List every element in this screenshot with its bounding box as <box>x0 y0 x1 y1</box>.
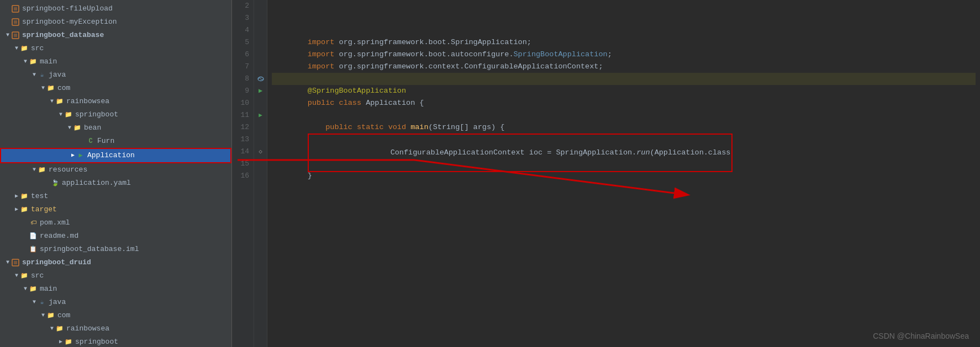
tree-arrow: ▼ <box>31 297 38 308</box>
tree-item-main-druid[interactable]: ▼ 📁 main <box>0 282 231 296</box>
tree-item-com-druid[interactable]: ▼ 📁 com <box>0 309 231 322</box>
semicolon: ; <box>527 38 531 46</box>
tree-item-rainbowsea-druid[interactable]: ▼ 📁 rainbowsea <box>0 322 231 335</box>
tree-item-label: src <box>31 43 44 54</box>
tree-item-src-druid[interactable]: ▼ 📁 src <box>0 269 231 282</box>
java-class-icon: C <box>86 137 95 146</box>
tree-item-java[interactable]: ▼ ☕ java <box>0 68 231 82</box>
tree-item-label: springboot <box>75 337 118 347</box>
tree-arrow: ▼ <box>22 284 29 295</box>
gutter-13 <box>254 134 267 146</box>
tree-item-main[interactable]: ▼ 📁 main <box>0 55 231 68</box>
tree-arrow: ▼ <box>31 70 38 81</box>
iml-icon: 📋 <box>29 245 38 254</box>
pkg-name: org.springframework.boot.autoconfigure. <box>339 50 514 58</box>
tree-item-furn[interactable]: C Furn <box>0 135 231 148</box>
tree-item-java-druid[interactable]: ▼ ☕ java <box>0 296 231 309</box>
tree-item-rainbowsea[interactable]: ▼ 📁 rainbowsea <box>0 95 231 108</box>
tree-item-label: java <box>49 70 66 81</box>
code-line-2 <box>272 0 976 12</box>
code-line-12: ConfigurableApplicationContext ioc = Spr… <box>272 121 976 134</box>
gutter-3 <box>254 12 267 24</box>
tree-item-src[interactable]: ▼ 📁 src <box>0 42 231 55</box>
gutter-10 <box>254 97 267 109</box>
tree-item-bean[interactable]: ▼ 📁 bean <box>0 121 231 135</box>
file-tree[interactable]: springboot-fileUpload springboot-myExcep… <box>0 0 232 347</box>
tree-item-druid[interactable]: ▼ springboot_druid <box>0 256 231 269</box>
pkg-name: org.springframework.boot. <box>339 38 451 46</box>
tree-item-label: com <box>57 83 70 94</box>
gutter-8[interactable] <box>254 73 267 85</box>
tree-item-springboot[interactable]: ▼ 📁 springboot <box>0 108 231 121</box>
class-name: ConfigurableApplicationContext <box>464 62 598 71</box>
editor-gutter: ▶ ▶ ◇ <box>254 0 267 347</box>
module-icon <box>11 18 20 26</box>
tree-item-label: rainbowsea <box>66 323 109 334</box>
tree-item-label: springboot_database.iml <box>40 244 139 255</box>
tree-item-label: main <box>40 284 57 295</box>
tree-arrow: ▶ <box>70 150 76 161</box>
folder-icon: 📁 <box>20 192 29 201</box>
yaml-icon: 🍃 <box>51 179 60 188</box>
tree-item-label: springboot <box>75 109 118 120</box>
tree-item-yaml[interactable]: 🍃 application.yaml <box>0 177 231 190</box>
tree-arrow: ▼ <box>22 56 29 67</box>
tree-item-springboot-druid[interactable]: ▶ 📁 springboot <box>0 335 231 347</box>
module-icon <box>11 4 20 13</box>
tree-item-label: application.yaml <box>62 178 131 189</box>
keyword-public: public <box>308 99 339 107</box>
tree-item-label: springboot-myException <box>22 17 117 28</box>
tree-arrow: ▼ <box>40 310 46 321</box>
tree-item-test[interactable]: ▶ 📁 test <box>0 190 231 203</box>
tree-arrow: ▼ <box>13 43 20 54</box>
svg-rect-5 <box>14 34 17 37</box>
tree-item-application[interactable]: ▶ ▶ Application <box>0 148 231 163</box>
tree-arrow: ▼ <box>13 270 20 281</box>
method-run: run <box>636 148 650 157</box>
tree-arrow: ▶ <box>13 204 20 215</box>
semicolon: ; <box>608 50 612 58</box>
folder-icon: 📁 <box>73 124 82 132</box>
tree-item-label: resources <box>49 164 87 175</box>
gutter-14[interactable]: ◇ <box>254 146 267 158</box>
gutter-9[interactable]: ▶ <box>254 85 267 97</box>
md-icon: 📄 <box>29 232 38 241</box>
tree-item-pom[interactable]: 🏷 pom.xml <box>0 216 231 229</box>
code-area: 2 3 4 5 6 7 8 9 10 11 12 13 14 15 16 <box>232 0 980 347</box>
tree-item-label: java <box>49 297 66 308</box>
tree-item-target[interactable]: ▶ 📁 target <box>0 203 231 216</box>
tree-item-label: target <box>31 204 57 215</box>
java-run-icon: ▶ <box>76 151 85 160</box>
class-name: SpringApplication <box>451 38 527 46</box>
tree-item-fileUpload[interactable]: springboot-fileUpload <box>0 2 231 15</box>
run-args: (Application.class <box>650 148 731 157</box>
tree-item-resources[interactable]: ▼ 📁 resources <box>0 163 231 177</box>
folder-icon: 📁 <box>64 110 73 119</box>
gutter-11[interactable]: ▶ <box>254 109 267 121</box>
tree-item-com[interactable]: ▼ 📁 com <box>0 82 231 95</box>
tree-item-readme[interactable]: 📄 readme.md <box>0 229 231 243</box>
code-content[interactable]: import org.springframework.boot.SpringAp… <box>267 0 980 347</box>
tree-arrow: ▼ <box>40 83 46 94</box>
tree-arrow: ▶ <box>13 191 20 202</box>
gutter-2 <box>254 0 267 12</box>
svg-rect-1 <box>14 7 17 10</box>
tree-item-myException[interactable]: springboot-myException <box>0 15 231 29</box>
tree-item-iml[interactable]: 📋 springboot_database.iml <box>0 243 231 256</box>
folder-icon: 📁 <box>20 271 29 280</box>
module-icon <box>11 258 20 267</box>
java-folder-icon: ☕ <box>38 298 46 307</box>
xml-icon: 🏷 <box>29 218 38 227</box>
module-icon <box>11 31 20 40</box>
tree-item-label: com <box>57 310 70 321</box>
tree-arrow: ▼ <box>4 30 11 41</box>
code-line-11: public static void main(String[] args) { <box>272 109 976 121</box>
tree-item-label: test <box>31 191 48 202</box>
tree-item-label: springboot_druid <box>22 257 91 268</box>
tree-item-database[interactable]: ▼ springboot_database <box>0 29 231 42</box>
class-application: Application { <box>366 99 424 107</box>
code-line-4: import org.springframework.boot.SpringAp… <box>272 24 976 36</box>
line-numbers: 2 3 4 5 6 7 8 9 10 11 12 13 14 15 16 <box>232 0 254 347</box>
keyword-class: class <box>339 99 366 107</box>
spring-boot-app-class: SpringBootApplication <box>513 50 607 58</box>
